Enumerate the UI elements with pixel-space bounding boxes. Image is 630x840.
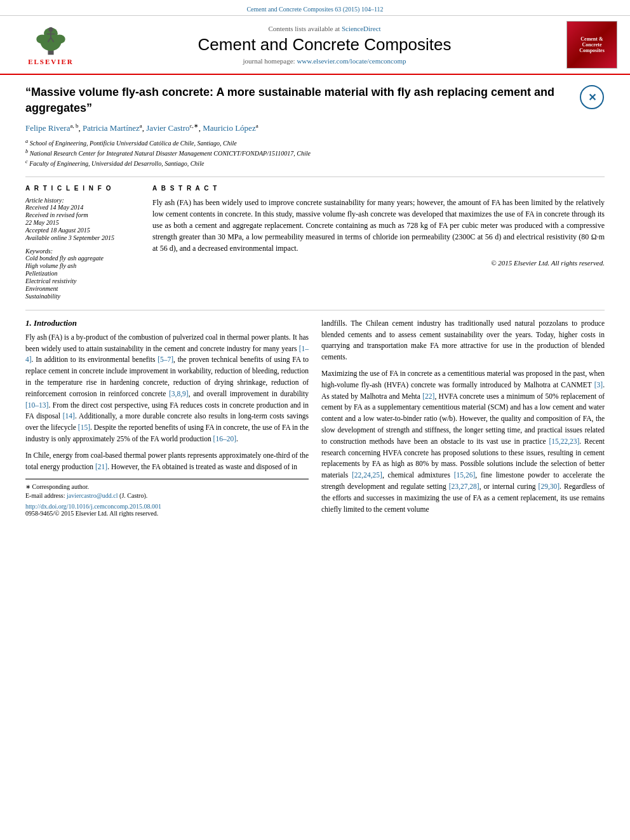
abstract-panel: A B S T R A C T Fly ash (FA) has been wi… [152, 185, 605, 300]
journal-info-center: Contents lists available at ScienceDirec… [89, 25, 560, 65]
history-online: Available online 3 September 2015 [25, 234, 140, 241]
paper-title: “Massive volume fly-ash concrete: A more… [25, 84, 570, 116]
intro-para-3: landfills. The Chilean cement industry h… [321, 318, 605, 363]
divider-1 [25, 177, 605, 177]
email-link[interactable]: javiercastro@udd.cl [67, 492, 118, 499]
keyword-2: High volume fly ash [25, 262, 140, 269]
science-direct-text: Contents lists available at ScienceDirec… [89, 25, 560, 32]
main-content: “Massive volume fly-ash concrete: A more… [0, 75, 630, 533]
history-revised-label: Received in revised form [25, 211, 140, 218]
abstract-copyright: © 2015 Elsevier Ltd. All rights reserved… [152, 259, 605, 267]
journal-cover-image: Cement &ConcreteComposites [566, 21, 617, 69]
section-1-title: 1. Introduction [25, 318, 309, 328]
journal-homepage: journal homepage: www.elsevier.com/locat… [89, 57, 560, 65]
doi-link[interactable]: http://dx.doi.org/10.1016/j.cemconcomp.2… [25, 503, 161, 510]
author-4: Mauricio López [203, 124, 255, 133]
author-2: Patricia Martínez [83, 124, 140, 133]
abstract-text: Fly ash (FA) has been widely used to imp… [152, 197, 605, 254]
cover-text: Cement &ConcreteComposites [578, 35, 606, 55]
affiliations: a School of Engineering, Pontificia Univ… [25, 138, 605, 169]
footnote-corresponding: ∗ Corresponding author. [25, 483, 309, 490]
elsevier-logo-section: ELSEVIER [13, 25, 89, 65]
paper-title-section: “Massive volume fly-ash concrete: A more… [25, 84, 605, 116]
body-right-col: landfills. The Chilean cement industry h… [321, 318, 605, 521]
crossmark-badge: ✕ [579, 84, 605, 110]
intro-para-4: Maximizing the use of FA in concrete as … [321, 368, 605, 516]
science-direct-link[interactable]: ScienceDirect [342, 25, 381, 32]
authors-line: Felipe Riveraa, b, Patricia Martíneza, J… [25, 123, 605, 133]
article-history: Article history: Received 14 May 2014 Re… [25, 197, 140, 241]
keywords-section: Keywords: Cold bonded fly ash aggregate … [25, 248, 140, 300]
article-info-heading: A R T I C L E I N F O [25, 185, 140, 192]
footer-copyright: 0958-9465/© 2015 Elsevier Ltd. All right… [25, 510, 158, 517]
keyword-5: Environment [25, 285, 140, 292]
homepage-link[interactable]: www.elsevier.com/locate/cemconcomp [297, 57, 406, 65]
affiliation-b: b National Research Center for Integrate… [25, 148, 605, 158]
footnotes: ∗ Corresponding author. E-mail address: … [25, 479, 309, 517]
introduction-section: 1. Introduction Fly ash (FA) is a by-pro… [25, 318, 605, 521]
author-1: Felipe Rivera [25, 124, 70, 133]
article-info-abstract: A R T I C L E I N F O Article history: R… [25, 185, 605, 300]
author-3: Javier Castro [146, 124, 189, 133]
journal-header: ELSEVIER Contents lists available at Sci… [0, 16, 630, 75]
history-accepted: Accepted 18 August 2015 [25, 227, 140, 234]
journal-title: Cement and Concrete Composites [89, 35, 560, 55]
journal-reference: Cement and Concrete Composites 63 (2015)… [246, 6, 383, 13]
history-revised-date: 22 May 2015 [25, 219, 140, 226]
intro-para-2: In Chile, energy from coal-based thermal… [25, 450, 309, 473]
affiliation-c: c Faculty of Engineering, Universidad de… [25, 158, 605, 168]
keywords-title: Keywords: [25, 248, 53, 255]
history-title: Article history: [25, 197, 64, 204]
divider-2 [25, 310, 605, 310]
body-left-col: 1. Introduction Fly ash (FA) is a by-pro… [25, 318, 309, 521]
keyword-1: Cold bonded fly ash aggregate [25, 255, 140, 262]
history-received: Received 14 May 2014 [25, 204, 140, 211]
keyword-6: Sustainability [25, 293, 140, 300]
footnote-email: E-mail address: javiercastro@udd.cl (J. … [25, 492, 309, 499]
journal-cover-section: Cement &ConcreteComposites [560, 21, 617, 69]
article-info-panel: A R T I C L E I N F O Article history: R… [25, 185, 140, 300]
keyword-4: Electrical resistivity [25, 277, 140, 284]
elsevier-tree-icon [29, 25, 73, 57]
affiliation-a: a School of Engineering, Pontificia Univ… [25, 138, 605, 148]
elsevier-logo: ELSEVIER [13, 25, 89, 65]
intro-para-1: Fly ash (FA) is a by-product of the comb… [25, 332, 309, 445]
svg-point-5 [48, 27, 53, 31]
top-bar: Cement and Concrete Composites 63 (2015)… [0, 0, 630, 16]
elsevier-label: ELSEVIER [28, 58, 74, 65]
abstract-heading: A B S T R A C T [152, 185, 605, 192]
keyword-3: Pelletization [25, 270, 140, 277]
crossmark-icon: ✕ [580, 85, 604, 109]
